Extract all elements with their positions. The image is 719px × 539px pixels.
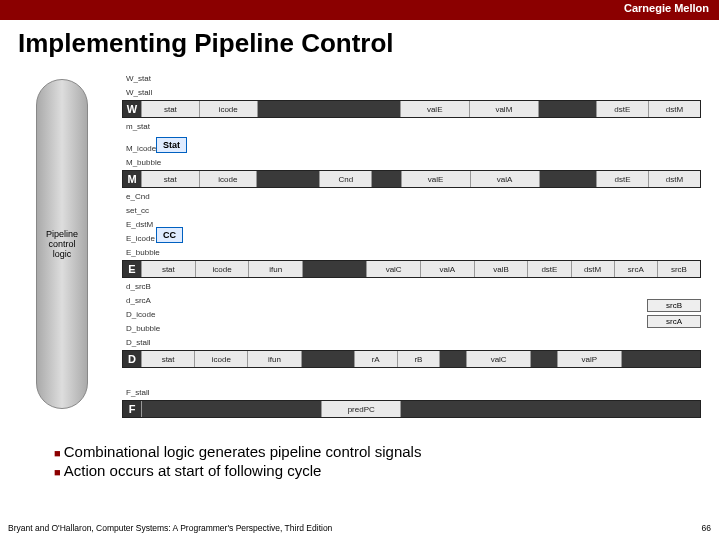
- signal-set-cc: set_cc: [96, 203, 701, 217]
- signal-d-icode: D_icode: [96, 307, 701, 321]
- D-rA: rA: [354, 351, 397, 367]
- E-valC: valC: [366, 261, 420, 277]
- stage-W-label: W: [123, 101, 141, 117]
- D-gap3: [530, 351, 557, 367]
- F-gap2: [400, 401, 700, 417]
- D-gap4: [621, 351, 700, 367]
- E-gap: [302, 261, 366, 277]
- pipeline-rows: W_stat W_stall W stat icode valE valM ds…: [96, 71, 701, 419]
- E-dstE: dstE: [527, 261, 570, 277]
- stage-D: D stat icode ifun rA rB valC valP: [96, 350, 701, 368]
- cc-box: CC: [156, 227, 183, 243]
- M-Cnd: Cnd: [319, 171, 371, 187]
- signal-w-stall: W_stall: [96, 85, 701, 99]
- W-stat: stat: [141, 101, 199, 117]
- M-gap1b: [371, 171, 400, 187]
- F-gap: [141, 401, 321, 417]
- stage-M-label: M: [123, 171, 141, 187]
- E-icode: icode: [195, 261, 249, 277]
- stage-W: W stat icode valE valM dstE dstM: [96, 100, 701, 118]
- signal-e-bubble: E_bubble: [96, 245, 701, 259]
- D-valP: valP: [557, 351, 621, 367]
- D-icode: icode: [194, 351, 247, 367]
- page-number: 66: [702, 523, 711, 533]
- stat-box: Stat: [156, 137, 187, 153]
- srcB-box: srcB: [647, 299, 701, 312]
- stage-E: E stat icode ifun valC valA valB dstE ds…: [96, 260, 701, 278]
- stage-E-label: E: [123, 261, 141, 277]
- M-dstE: dstE: [596, 171, 648, 187]
- M-gap: [256, 171, 319, 187]
- M-icode: icode: [199, 171, 257, 187]
- W-gap: [257, 101, 400, 117]
- D-stat: stat: [141, 351, 194, 367]
- D-ifun: ifun: [247, 351, 300, 367]
- signal-e-icode: E_icode: [96, 231, 701, 245]
- signal-d-stall: D_stall: [96, 335, 701, 349]
- footer: Bryant and O'Hallaron, Computer Systems:…: [8, 523, 711, 533]
- signal-w-stat: W_stat: [96, 71, 701, 85]
- M-valA: valA: [470, 171, 539, 187]
- E-valA: valA: [420, 261, 474, 277]
- signal-e-dstm: E_dstM: [96, 217, 701, 231]
- page-title: Implementing Pipeline Control: [0, 20, 719, 63]
- footer-credit: Bryant and O'Hallaron, Computer Systems:…: [8, 523, 332, 533]
- E-stat: stat: [141, 261, 195, 277]
- E-ifun: ifun: [248, 261, 302, 277]
- signal-m-stat: m_stat: [96, 119, 701, 133]
- signal-d-srca: d_srcA: [96, 293, 701, 307]
- srcA-box: srcA: [647, 315, 701, 328]
- E-valB: valB: [474, 261, 528, 277]
- pipeline-control-logic-block: Pipeline control logic: [36, 79, 88, 409]
- M-dstM: dstM: [648, 171, 700, 187]
- W-valE: valE: [400, 101, 469, 117]
- stage-D-label: D: [123, 351, 141, 367]
- M-stat: stat: [141, 171, 199, 187]
- W-valM: valM: [469, 101, 538, 117]
- bullet-list: Combinational logic generates pipeline c…: [0, 427, 719, 479]
- E-srcA: srcA: [614, 261, 657, 277]
- E-srcB: srcB: [657, 261, 700, 277]
- F-predPC: predPC: [321, 401, 400, 417]
- signal-d-bubble: D_bubble: [96, 321, 701, 335]
- W-dstE: dstE: [596, 101, 648, 117]
- signal-e-cnd: e_Cnd: [96, 189, 701, 203]
- M-gap2: [539, 171, 597, 187]
- signal-d-srcb: d_srcB: [96, 279, 701, 293]
- E-dstM: dstM: [571, 261, 614, 277]
- W-icode: icode: [199, 101, 257, 117]
- pipeline-diagram: Pipeline control logic W_stat W_stall W …: [18, 67, 701, 427]
- W-dstM: dstM: [648, 101, 700, 117]
- W-gap2: [538, 101, 596, 117]
- stage-M: M stat icode Cnd valE valA dstE dstM: [96, 170, 701, 188]
- D-gap: [301, 351, 354, 367]
- M-valE: valE: [401, 171, 470, 187]
- D-valC: valC: [466, 351, 530, 367]
- D-rB: rB: [397, 351, 440, 367]
- stage-F-label: F: [123, 401, 141, 417]
- D-gap2: [439, 351, 466, 367]
- bullet-2: Action occurs at start of following cycl…: [54, 462, 665, 479]
- signal-f-stall: F_stall: [96, 385, 701, 399]
- bullet-1: Combinational logic generates pipeline c…: [54, 443, 665, 460]
- stage-F: F predPC: [96, 400, 701, 418]
- brand-bar: Carnegie Mellon: [0, 0, 719, 20]
- signal-m-bubble: M_bubble: [96, 155, 701, 169]
